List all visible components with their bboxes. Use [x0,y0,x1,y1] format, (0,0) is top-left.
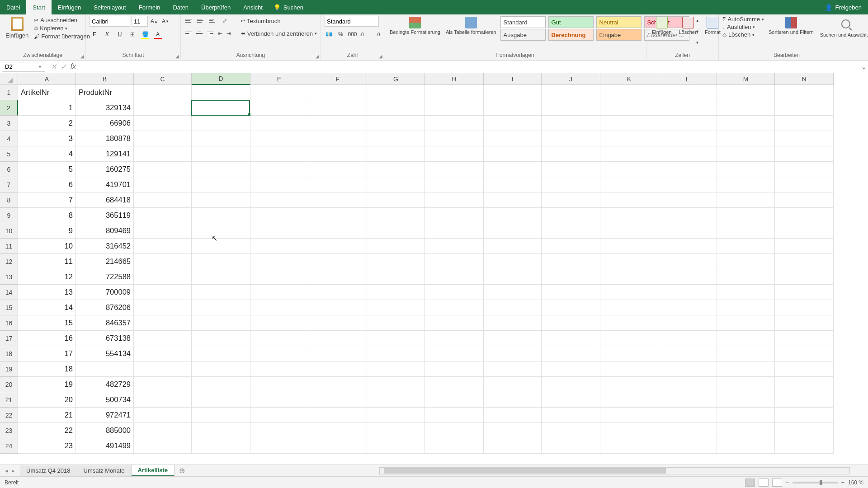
dialog-launcher-icon[interactable]: ◢ [316,54,319,59]
cell-A2[interactable]: 1 [18,100,76,116]
dialog-launcher-icon[interactable]: ◢ [379,54,382,59]
cell-F17[interactable] [308,331,367,346]
cell-N10[interactable] [775,223,834,239]
cell-N19[interactable] [775,361,834,377]
cell-style-neutral[interactable]: Neutral [596,16,642,28]
font-color-button[interactable]: A [153,29,163,39]
cell-L5[interactable] [658,146,717,162]
cell-I11[interactable] [484,239,542,254]
zoom-level[interactable]: 160 % [848,479,863,486]
cell-G4[interactable] [367,131,425,146]
cell-B11[interactable]: 316452 [76,239,134,254]
cell-F9[interactable] [308,208,367,223]
cell-D18[interactable] [192,346,250,361]
cell-I8[interactable] [484,192,542,208]
cell-D9[interactable] [192,208,250,223]
cell-G22[interactable] [367,408,425,423]
cell-L4[interactable] [658,131,717,146]
cell-B10[interactable]: 809469 [76,223,134,239]
cell-F11[interactable] [308,239,367,254]
cell-C15[interactable] [134,300,192,315]
cell-E8[interactable] [250,192,308,208]
cell-B12[interactable]: 214665 [76,254,134,269]
cell-B13[interactable]: 722588 [76,269,134,285]
cell-L15[interactable] [658,300,717,315]
cell-K9[interactable] [600,208,658,223]
cell-N17[interactable] [775,331,834,346]
cell-K14[interactable] [600,285,658,300]
border-button[interactable]: ⊞ [127,29,137,39]
view-page-layout-button[interactable] [759,479,769,487]
cancel-formula-button[interactable]: ✕ [49,62,58,71]
cell-F19[interactable] [308,361,367,377]
cell-D7[interactable] [192,177,250,192]
cell-B20[interactable]: 482729 [76,377,134,392]
fill-button[interactable]: ↓Ausfüllen▾ [722,23,764,30]
cell-K19[interactable] [600,361,658,377]
cell-I5[interactable] [484,146,542,162]
cell-G23[interactable] [367,423,425,438]
sheet-tab-umsatz-q4[interactable]: Umsatz Q4 2018 [20,465,77,476]
scrollbar-thumb[interactable] [384,468,666,474]
cell-G10[interactable] [367,223,425,239]
cell-C3[interactable] [134,116,192,131]
cell-E19[interactable] [250,361,308,377]
cell-L2[interactable] [658,100,717,116]
cell-F15[interactable] [308,300,367,315]
cell-G2[interactable] [367,100,425,116]
cell-N11[interactable] [775,239,834,254]
zoom-out-button[interactable]: − [786,479,789,486]
cell-I13[interactable] [484,269,542,285]
cell-A18[interactable]: 17 [18,346,76,361]
cell-N5[interactable] [775,146,834,162]
cell-J11[interactable] [542,239,600,254]
cell-M15[interactable] [717,300,775,315]
cell-M16[interactable] [717,315,775,331]
cell-N15[interactable] [775,300,834,315]
cell-B2[interactable]: 329134 [76,100,134,116]
cell-C18[interactable] [134,346,192,361]
cell-H6[interactable] [425,162,484,177]
cell-D19[interactable] [192,361,250,377]
column-header-K[interactable]: K [600,73,658,85]
row-header-24[interactable]: 24 [0,438,18,454]
cell-A1[interactable]: ArtikelNr [18,85,76,100]
cell-C8[interactable] [134,192,192,208]
cell-B16[interactable]: 846357 [76,315,134,331]
cell-C6[interactable] [134,162,192,177]
cell-B7[interactable]: 419701 [76,177,134,192]
cell-H21[interactable] [425,392,484,408]
cell-F18[interactable] [308,346,367,361]
cell-K10[interactable] [600,223,658,239]
cell-B8[interactable]: 684418 [76,192,134,208]
view-page-break-button[interactable] [772,479,782,487]
cell-F23[interactable] [308,423,367,438]
cell-L14[interactable] [658,285,717,300]
cell-E5[interactable] [250,146,308,162]
cell-F14[interactable] [308,285,367,300]
cell-L11[interactable] [658,239,717,254]
cell-C22[interactable] [134,408,192,423]
cell-L19[interactable] [658,361,717,377]
cell-M19[interactable] [717,361,775,377]
cell-G1[interactable] [367,85,425,100]
cell-L8[interactable] [658,192,717,208]
cell-C17[interactable] [134,331,192,346]
cell-C10[interactable] [134,223,192,239]
cell-D1[interactable] [192,85,250,100]
cell-I16[interactable] [484,315,542,331]
cell-B6[interactable]: 160275 [76,162,134,177]
currency-button[interactable]: 💶 [325,29,334,39]
cell-H13[interactable] [425,269,484,285]
column-header-N[interactable]: N [775,73,834,85]
cell-N16[interactable] [775,315,834,331]
copy-button[interactable]: ⧉ Kopieren ▾ [34,25,90,32]
cell-D13[interactable] [192,269,250,285]
cell-M22[interactable] [717,408,775,423]
cell-K2[interactable] [600,100,658,116]
cell-style-standard[interactable]: Standard [500,16,546,28]
cell-C16[interactable] [134,315,192,331]
cell-A22[interactable]: 21 [18,408,76,423]
cell-F13[interactable] [308,269,367,285]
cell-J5[interactable] [542,146,600,162]
